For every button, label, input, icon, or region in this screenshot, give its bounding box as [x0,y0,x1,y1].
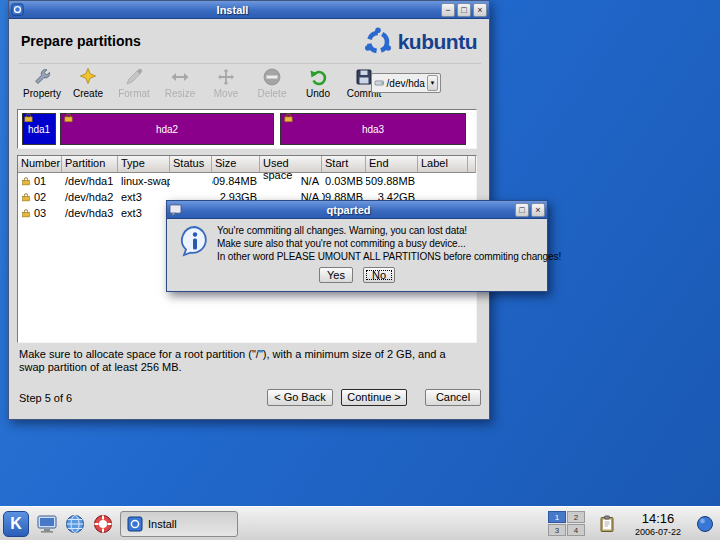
window-title: Install [26,4,439,16]
partition-segment-hda3[interactable]: hda3 [280,113,466,145]
klipper-icon[interactable] [598,515,616,533]
dialog-icon [169,203,182,216]
undo-icon [308,67,328,87]
window-icon [11,3,24,16]
cell-end: 509.88MB [366,173,418,189]
move-button: Move [203,67,249,99]
cell-used-space: N/A [260,173,322,189]
kubuntu-logo-icon [363,27,393,57]
globe-icon [64,513,86,535]
cell-number: 02 [34,191,46,203]
minimize-icon[interactable]: − [441,3,455,17]
column-header[interactable]: Label [418,156,468,173]
column-header[interactable]: Size [212,156,260,173]
cell-status [170,173,212,189]
desktop-icon [36,513,58,535]
maximize-icon[interactable]: □ [457,3,471,17]
format-button: Format [111,67,157,99]
move-icon [216,67,236,87]
dialog-title: qtparted [184,204,513,216]
cell-type: ext3 [118,189,170,205]
dialog-line: In other word PLEASE UMOUNT ALL PARTITIO… [217,250,561,263]
cell-partition: /dev/hda3 [62,205,118,221]
partition-bar: hda1 hda2 hda3 [17,109,477,149]
lock-icon [21,192,31,202]
toolbar-label: Property [23,88,61,99]
dialog-line: You're commiting all changes. Warning, y… [217,224,561,237]
toolbar-label: Format [118,88,150,99]
toolbar-label: Delete [258,88,287,99]
column-header[interactable]: Start [322,156,366,173]
taskbar-task-install[interactable]: Install [120,511,238,537]
tray-ball-icon[interactable] [696,515,714,533]
column-header[interactable]: End [366,156,418,173]
cell-start: 0.03MB [322,173,366,189]
pager-desktop-3[interactable]: 3 [548,524,566,536]
close-icon[interactable]: × [473,3,487,17]
cell-number: 03 [34,207,46,219]
cell-filler [468,173,476,189]
clock-date: 2006-07-22 [626,527,690,537]
undo-button[interactable]: Undo [295,67,341,99]
column-header[interactable]: Status [170,156,212,173]
step-indicator: Step 5 of 6 [19,392,72,404]
continue-button[interactable]: Continue > [341,389,407,406]
install-task-icon [127,516,143,532]
go-back-button[interactable]: < Go Back [267,389,333,406]
desktop-pager: 1 2 3 4 [548,511,585,536]
cell-type: linux-swap [118,173,170,189]
toolbar-label: Undo [306,88,330,99]
no-button[interactable]: No [363,267,395,283]
task-label: Install [148,518,177,530]
resize-button: Resize [157,67,203,99]
window-titlebar[interactable]: Install − □ × [9,1,489,19]
delete-button: Delete [249,67,295,99]
toolbar-label: Resize [165,88,196,99]
partition-segment-hda2[interactable]: hda2 [60,113,274,145]
kmenu-button[interactable]: K [3,511,29,537]
kicker-panel: K Install 1 2 3 4 14:16 2006-07-22 [0,506,720,540]
property-button[interactable]: Property [19,67,65,99]
device-selector[interactable]: /dev/hda ▼ [371,73,441,93]
device-selector-value: /dev/hda [387,78,425,89]
column-header[interactable]: Partition [62,156,118,173]
resize-icon [170,67,190,87]
column-header[interactable]: Type [118,156,170,173]
cell-size: 509.84MB [212,173,260,189]
clock-time: 14:16 [626,511,690,526]
column-header[interactable]: Number [18,156,62,173]
yes-button[interactable]: Yes [319,267,353,283]
pager-desktop-2[interactable]: 2 [567,511,585,523]
table-row[interactable]: 01 /dev/hda1 linux-swap 509.84MB N/A 0.0… [18,173,476,189]
help-button[interactable] [90,511,116,537]
format-icon [124,67,144,87]
close-icon[interactable]: × [531,203,545,217]
lock-icon [21,208,31,218]
info-icon [179,225,211,257]
pager-desktop-4[interactable]: 4 [567,524,585,536]
chevron-down-icon[interactable]: ▼ [427,75,438,91]
web-browser-button[interactable] [62,511,88,537]
kubuntu-logo: kubuntu [363,27,477,57]
kubuntu-logo-text: kubuntu [398,30,477,54]
wrench-icon [32,67,52,87]
panel-clock[interactable]: 14:16 2006-07-22 [626,511,690,537]
cancel-button[interactable]: Cancel [425,389,481,406]
toolbar-label: Create [73,88,103,99]
dialog-line: Make sure also that you're not commiting… [217,237,561,250]
create-button[interactable]: Create [65,67,111,99]
dialog-titlebar[interactable]: qtparted □ × [167,201,547,219]
desktop: Install − □ × Prepare partitions kubuntu… [0,0,720,540]
pager-desktop-1[interactable]: 1 [548,511,566,523]
page-title: Prepare partitions [21,33,141,49]
cell-number: 01 [34,175,46,187]
lock-icon [21,176,31,186]
column-header[interactable]: Used space [260,156,322,173]
lock-icon [23,112,34,123]
shade-icon[interactable]: □ [515,203,529,217]
cell-partition: /dev/hda1 [62,173,118,189]
column-header-filler [468,156,476,173]
cell-label [418,173,468,189]
new-partition-icon [78,67,98,87]
show-desktop-button[interactable] [34,511,60,537]
